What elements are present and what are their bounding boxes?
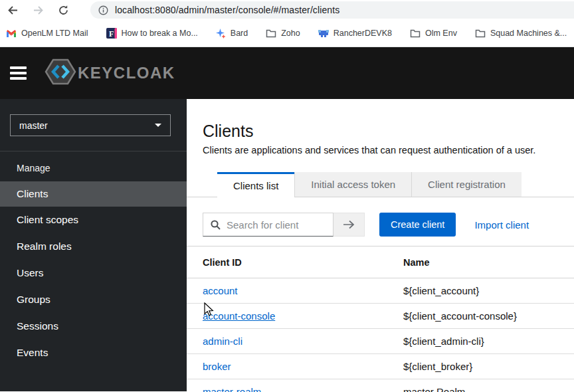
- sidebar-item-events[interactable]: Events: [0, 340, 187, 366]
- back-icon[interactable]: [7, 4, 19, 16]
- table-row: broker ${client_broker}: [187, 354, 574, 379]
- sidebar-section-manage: Manage: [0, 151, 187, 181]
- client-name: ${client_admin-cli}: [387, 329, 574, 354]
- client-name: ${client_account}: [387, 278, 574, 304]
- keycloak-logo: KEYCLOAK: [45, 58, 175, 88]
- sidebar-item-groups[interactable]: Groups: [0, 286, 187, 313]
- bookmark-rancherdevk8[interactable]: RancherDEVK8: [318, 29, 392, 38]
- client-link-broker[interactable]: broker: [203, 361, 231, 372]
- realm-selector-value: master: [19, 120, 48, 131]
- main-content: Clients Clients are applications and ser…: [187, 99, 574, 391]
- sidebar: master Manage Clients Client scopes Real…: [0, 99, 187, 391]
- client-name: master Realm: [387, 379, 574, 392]
- bookmark-label: Bard: [231, 29, 248, 38]
- page-title: Clients: [203, 122, 574, 141]
- keycloak-hexagon-icon: [45, 58, 76, 88]
- sidebar-item-client-scopes[interactable]: Client scopes: [0, 207, 187, 233]
- client-link-account[interactable]: account: [203, 285, 238, 296]
- bookmark-label: OpenLM LTD Mail: [21, 29, 88, 38]
- info-icon[interactable]: [98, 5, 108, 15]
- column-header-name: Name: [387, 246, 574, 278]
- client-link-account-console[interactable]: account-console: [203, 310, 275, 322]
- page-description: Clients are applications and services th…: [203, 145, 558, 155]
- sidebar-item-sessions[interactable]: Sessions: [0, 313, 187, 340]
- forward-icon[interactable]: [32, 4, 44, 16]
- bookmark-how-to-break[interactable]: F How to break a Mo...: [106, 28, 198, 39]
- client-link-master-realm[interactable]: master-realm: [203, 386, 261, 392]
- folder-icon: [410, 29, 421, 38]
- tab-clients-list[interactable]: Clients list: [217, 172, 294, 197]
- svg-text:F: F: [109, 29, 114, 39]
- bookmark-olm-env[interactable]: Olm Env: [410, 29, 457, 38]
- tab-client-registration[interactable]: Client registration: [411, 172, 522, 197]
- table-header-row: Client ID Name: [187, 246, 574, 278]
- gmail-icon: [6, 29, 17, 38]
- tab-initial-access-token[interactable]: Initial access token: [294, 172, 411, 197]
- browser-nav-bar: localhost:8080/admin/master/console/#/ma…: [0, 0, 574, 20]
- bookmark-squad-machines[interactable]: Squad Machines &...: [475, 29, 567, 38]
- bookmark-openlm-mail[interactable]: OpenLM LTD Mail: [6, 29, 88, 38]
- client-link-admin-cli[interactable]: admin-cli: [203, 336, 242, 347]
- tab-bar: Clients list Initial access token Client…: [187, 172, 574, 197]
- bookmark-label: Zoho: [281, 29, 300, 38]
- sidebar-item-users[interactable]: Users: [0, 260, 187, 286]
- bookmark-label: RancherDEVK8: [334, 29, 392, 38]
- search-submit-button[interactable]: [334, 213, 365, 237]
- search-input[interactable]: [227, 219, 333, 231]
- client-name: ${client_account-console}: [387, 304, 574, 329]
- tab-spacer: [187, 172, 217, 197]
- realm-selector[interactable]: master: [10, 114, 171, 136]
- table-row: master-realm master Realm: [187, 379, 574, 392]
- brand-text: KEYCLOAK: [78, 64, 175, 82]
- url-text: localhost:8080/admin/master/console/#/ma…: [115, 5, 339, 15]
- import-client-link[interactable]: Import client: [474, 219, 529, 231]
- clients-toolbar: Create client Import client: [203, 213, 558, 237]
- client-name: ${client_broker}: [387, 354, 574, 379]
- f-badge-icon: F: [106, 28, 117, 39]
- chevron-down-icon: [155, 124, 161, 127]
- table-row: account-console ${client_account-console…: [187, 304, 574, 329]
- rancher-icon: [318, 29, 329, 38]
- refresh-icon[interactable]: [57, 4, 69, 16]
- bookmark-label: How to break a Mo...: [122, 29, 198, 38]
- folder-icon: [475, 29, 486, 38]
- sparkle-icon: [216, 29, 226, 39]
- bookmark-label: Squad Machines &...: [490, 29, 567, 38]
- search-control: [203, 213, 365, 237]
- app-header: KEYCLOAK: [0, 47, 574, 99]
- address-bar[interactable]: localhost:8080/admin/master/console/#/ma…: [90, 1, 574, 19]
- bookmark-zoho[interactable]: Zoho: [266, 29, 300, 38]
- table-row: account ${client_account}: [187, 278, 574, 304]
- bookmark-label: Olm Env: [425, 29, 457, 38]
- column-header-client-id: Client ID: [187, 246, 387, 278]
- clients-table: Client ID Name account ${client_account}…: [187, 246, 574, 392]
- bookmark-bard[interactable]: Bard: [216, 29, 248, 39]
- table-row: admin-cli ${client_admin-cli}: [187, 329, 574, 354]
- create-client-button[interactable]: Create client: [379, 213, 456, 237]
- hamburger-icon[interactable]: [10, 66, 27, 80]
- folder-icon: [266, 29, 276, 38]
- search-input-wrapper: [203, 213, 334, 237]
- bookmarks-bar: OpenLM LTD Mail F How to break a Mo... B…: [0, 20, 574, 47]
- search-icon: [211, 220, 221, 230]
- sidebar-item-clients[interactable]: Clients: [0, 181, 187, 207]
- sidebar-item-realm-roles[interactable]: Realm roles: [0, 233, 187, 260]
